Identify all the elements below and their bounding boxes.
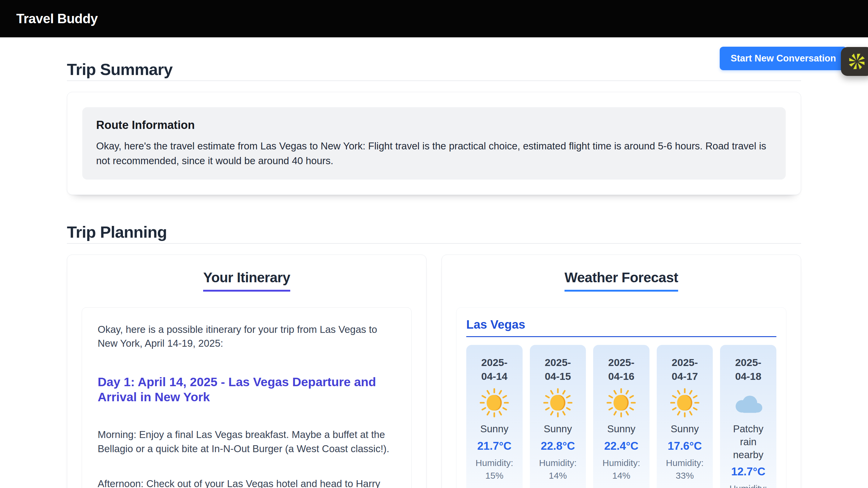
trip-summary-card: Route Information Okay, here's the trave…	[67, 92, 801, 195]
weather-card-title: Weather Forecast	[564, 269, 678, 292]
section-divider	[67, 243, 801, 244]
humidity-value: 33%	[663, 469, 707, 482]
weather-humidity: Humidity: 14%	[536, 457, 580, 482]
spark-widget-button[interactable]	[841, 47, 868, 76]
itinerary-card-title: Your Itinerary	[203, 269, 290, 292]
humidity-value: 14%	[536, 469, 580, 482]
route-information-card: Route Information Okay, here's the trave…	[82, 107, 786, 180]
weather-temperature: 21.7°C	[470, 440, 519, 452]
weather-humidity: Humidity: 44%	[726, 482, 770, 488]
sun-icon	[533, 387, 583, 418]
weather-day-card: 2025-04-14 Sunny 21.7°C Humidity: 15%	[466, 345, 523, 488]
humidity-label: Humidity:	[472, 457, 516, 469]
spark-rays	[848, 53, 865, 70]
route-information-body: Okay, here's the travel estimate from La…	[96, 139, 772, 168]
sun-icon	[470, 387, 519, 418]
humidity-label: Humidity:	[663, 457, 707, 469]
weather-day-date: 2025-04-17	[666, 356, 703, 384]
trip-summary-section: Trip Summary Route Information Okay, her…	[67, 61, 801, 195]
itinerary-intro: Okay, here is a possible itinerary for y…	[98, 323, 396, 350]
weather-day-card: 2025-04-15 Sunny 22.8°C Humidity: 14%	[530, 345, 586, 488]
weather-city-title: Las Vegas	[466, 318, 776, 331]
humidity-label: Humidity:	[536, 457, 580, 469]
spark-icon	[847, 52, 866, 71]
route-information-title: Route Information	[96, 119, 772, 132]
weather-day-date: 2025-04-18	[730, 356, 767, 384]
sun-icon	[660, 387, 710, 418]
weather-city-divider	[466, 336, 776, 337]
itinerary-afternoon-paragraph: Afternoon: Check out of your Las Vegas h…	[98, 477, 396, 488]
section-divider	[67, 80, 801, 81]
weather-day-date: 2025-04-15	[539, 356, 576, 384]
itinerary-card: Your Itinerary Okay, here is a possible …	[67, 255, 427, 488]
weather-days-row: 2025-04-14 Sunny 21.7°C Humidity: 15%	[466, 345, 776, 488]
trip-planning-section: Trip Planning Your Itinerary Okay, here …	[67, 224, 801, 488]
humidity-value: 14%	[599, 469, 643, 482]
weather-humidity: Humidity: 15%	[472, 457, 516, 482]
cloud-icon	[724, 387, 773, 418]
weather-city-panel: Las Vegas 2025-04-14 Sunny	[456, 307, 786, 488]
humidity-label: Humidity:	[726, 482, 770, 488]
weather-humidity: Humidity: 33%	[663, 457, 707, 482]
weather-condition: Sunny	[662, 423, 708, 435]
weather-day-card: 2025-04-17 Sunny 17.6°C Humidity: 33%	[657, 345, 713, 488]
weather-humidity: Humidity: 14%	[599, 457, 643, 482]
weather-condition: Sunny	[598, 423, 644, 435]
weather-day-card: 2025-04-18 Patchy rain nearby 12.7°C Hum…	[720, 345, 776, 488]
weather-temperature: 17.6°C	[660, 440, 710, 452]
weather-forecast-card: Weather Forecast Las Vegas 2025-04-14	[441, 255, 801, 488]
start-new-conversation-button[interactable]: Start New Conversation	[720, 47, 847, 70]
weather-condition: Sunny	[535, 423, 581, 435]
weather-condition: Patchy rain nearby	[725, 423, 771, 461]
humidity-label: Humidity:	[599, 457, 643, 469]
itinerary-content-card: Okay, here is a possible itinerary for y…	[82, 307, 412, 488]
main-content: Trip Summary Route Information Okay, her…	[67, 37, 801, 488]
trip-planning-title: Trip Planning	[67, 224, 801, 241]
trip-summary-title: Trip Summary	[67, 61, 801, 78]
itinerary-day1-heading: Day 1: April 14, 2025 - Las Vegas Depart…	[98, 375, 396, 404]
weather-day-card: 2025-04-16 Sunny 22.4°C Humidity: 14%	[593, 345, 650, 488]
weather-condition: Sunny	[471, 423, 517, 435]
weather-temperature: 22.8°C	[533, 440, 583, 452]
app-header: Travel Buddy	[0, 0, 868, 37]
humidity-value: 15%	[472, 469, 516, 482]
weather-temperature: 12.7°C	[724, 465, 773, 478]
app-title: Travel Buddy	[16, 11, 98, 26]
itinerary-morning-paragraph: Morning: Enjoy a final Las Vegas breakfa…	[98, 428, 396, 455]
weather-day-date: 2025-04-16	[603, 356, 640, 384]
sun-icon	[597, 387, 646, 418]
weather-day-date: 2025-04-14	[476, 356, 513, 384]
weather-temperature: 22.4°C	[597, 440, 646, 452]
